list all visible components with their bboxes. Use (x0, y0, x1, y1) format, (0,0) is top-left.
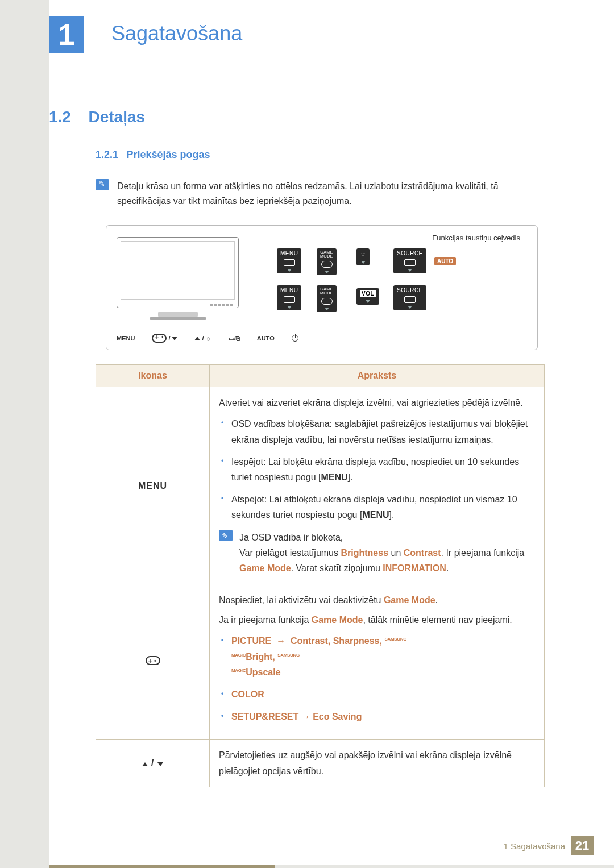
list-item: Atspējot: Lai atbloķētu ekrāna displeja … (219, 492, 535, 522)
gamepad-icon (146, 656, 160, 665)
subsection-title: Priekšējās pogas (127, 149, 210, 160)
strip-up-bright: / ☼ (194, 335, 211, 342)
list-item: Iespējot: Lai bloķētu ekrāna displeja va… (219, 454, 535, 485)
osd-menu-2: MENU (277, 285, 301, 310)
icon-updown: / (96, 740, 210, 787)
osd-game-2: GAME MODE (317, 285, 337, 312)
list-item: SETUP&RESET → Eco Saving (219, 709, 535, 724)
triangle-up-icon (142, 762, 148, 766)
subsection-heading: 1.2.1 Priekšējās pogas (96, 149, 538, 161)
left-sidebar (0, 0, 49, 868)
chapter-number-box: 1 (49, 16, 84, 53)
note-block: Detaļu krāsa un forma var atšķirties no … (96, 179, 538, 208)
strip-power (292, 335, 298, 342)
section-number: 1.2 (49, 108, 86, 126)
chapter-title: Sagatavošana (111, 22, 242, 45)
icon-menu: MENU (96, 387, 210, 584)
list-item: OSD vadības bloķēšana: saglabājiet pašre… (219, 416, 535, 447)
table-row: / Pārvietojieties uz augšējo vai apakšēj… (96, 740, 545, 787)
table-header-row: Ikonas Apraksts (96, 365, 545, 387)
monitor-illustration (117, 237, 239, 325)
chapter-number: 1 (59, 18, 75, 52)
footer: 1 Sagatavošana 21 (504, 836, 594, 855)
osd-game-1: GAME MODE (317, 248, 337, 275)
desc-menu: Atveriet vai aizveriet ekrāna displeja i… (210, 387, 545, 584)
game-icon (321, 261, 333, 268)
note-text: Detaļu krāsa un forma var atšķirties no … (117, 179, 538, 208)
page-number: 21 (571, 836, 594, 855)
subsection-number: 1.2.1 (96, 149, 118, 160)
source-icon (404, 259, 416, 266)
desc-game: Nospiediet, lai aktivizētu vai deaktiviz… (210, 584, 545, 740)
button-diagram: Funkcijas taustiņu ceļvedis MENU GAME MO… (106, 225, 538, 350)
osd-source-1: SOURCE (393, 248, 426, 273)
strip-menu: MENU (117, 335, 135, 342)
osd-vol: VOL (356, 288, 379, 305)
note-icon (96, 179, 109, 190)
section-title: Detaļas (88, 108, 145, 126)
section-heading: 1.2 Detaļas (49, 108, 538, 126)
inline-note: Ja OSD vadība ir bloķēta, Var pielāgot i… (219, 530, 535, 576)
table-row: Nospiediet, lai aktivizētu vai deaktiviz… (96, 584, 545, 740)
menu-icon (284, 259, 295, 266)
osd-menu-1: MENU (277, 248, 301, 273)
list-item: PICTURE → Contrast, Sharpness, SAMSUNG M… (219, 633, 535, 680)
triangle-down-icon (157, 762, 163, 766)
bottom-accent (49, 865, 614, 868)
icon-game (96, 584, 210, 740)
strip-game: / (152, 334, 177, 343)
footer-chapter: 1 Sagatavošana (504, 841, 565, 851)
strip-source: ▭/⎘ (229, 335, 240, 342)
button-strip: MENU / / ☼ ▭/⎘ AUTO (117, 334, 298, 343)
header-icons: Ikonas (96, 365, 210, 387)
buttons-table: Ikonas Apraksts MENU Atveriet vai aizver… (96, 364, 545, 787)
guide-title: Funkcijas taustiņu ceļvedis (432, 234, 520, 242)
header-desc: Apraksts (210, 365, 545, 387)
table-row: MENU Atveriet vai aizveriet ekrāna displ… (96, 387, 545, 584)
osd-auto-1: AUTO (434, 255, 456, 265)
osd-brightness: ☼ (356, 248, 370, 265)
osd-source-2: SOURCE (393, 285, 426, 310)
desc-updown: Pārvietojieties uz augšējo vai apakšējo … (210, 740, 545, 787)
note-icon (219, 530, 233, 541)
list-item: COLOR (219, 687, 535, 702)
strip-auto: AUTO (257, 335, 275, 342)
